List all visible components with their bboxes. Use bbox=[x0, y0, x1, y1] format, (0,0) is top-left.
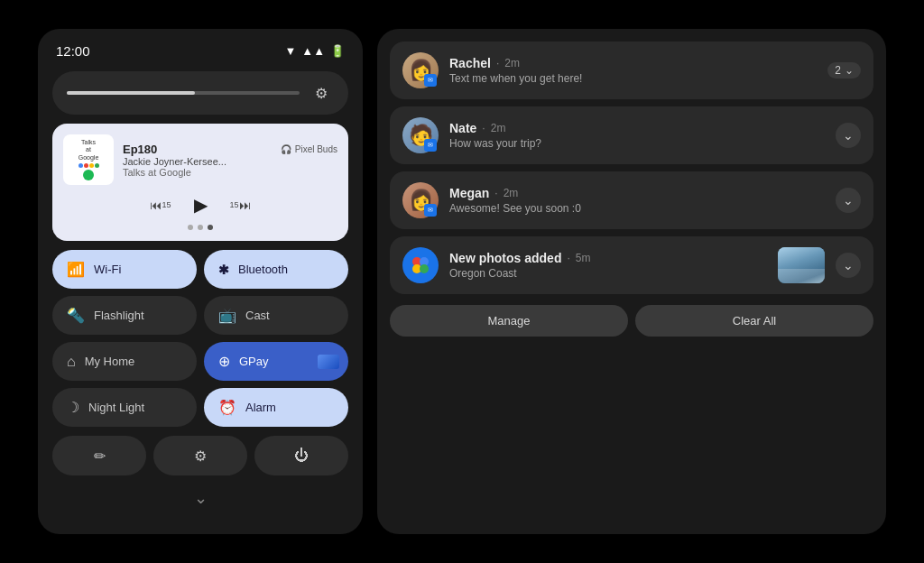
notif-title-photos: New photos added bbox=[449, 251, 561, 265]
notification-photos[interactable]: New photos added · 5m Oregon Coast ⌄ bbox=[390, 236, 873, 294]
gear-icon: ⚙ bbox=[194, 448, 207, 465]
status-bar: 12:00 ▼ ▲▲ 🔋 bbox=[52, 43, 348, 62]
thumb-text-line1: Talks bbox=[81, 139, 96, 146]
brightness-row[interactable]: ⚙ bbox=[52, 71, 348, 115]
cast-toggle[interactable]: 📺 Cast bbox=[204, 296, 348, 335]
badge-count-rachel: 2 bbox=[835, 64, 841, 77]
notif-time-megan: 2m bbox=[504, 187, 519, 199]
headphone-icon: 🎧 bbox=[281, 144, 291, 154]
notif-time-photos: 5m bbox=[576, 252, 591, 264]
spotify-icon bbox=[83, 170, 94, 180]
notif-badge-rachel[interactable]: 2 ⌄ bbox=[827, 62, 861, 78]
media-dots bbox=[63, 225, 337, 230]
skip-back-button[interactable]: ⏮ 15 bbox=[148, 192, 173, 217]
notif-expand-photos[interactable]: ⌄ bbox=[836, 253, 861, 278]
google-colors bbox=[79, 163, 99, 168]
notif-name-nate: Nate bbox=[449, 121, 476, 135]
notif-time-nate: 2m bbox=[491, 122, 506, 134]
notifications-panel: 👩 ✉ Rachel · 2m Text me when you get her… bbox=[377, 29, 886, 534]
google-dot-red bbox=[84, 163, 88, 168]
play-button[interactable]: ▶ bbox=[188, 192, 213, 217]
power-button[interactable]: ⏻ bbox=[254, 436, 348, 475]
bluetooth-label: Bluetooth bbox=[238, 263, 288, 276]
notification-nate[interactable]: 🧑 ✉ Nate · 2m How was your trip? ⌄ bbox=[390, 106, 873, 164]
notif-header-rachel: Rachel · 2m bbox=[449, 56, 817, 70]
pencil-icon: ✏ bbox=[94, 448, 106, 465]
notif-name-rachel: Rachel bbox=[449, 56, 491, 70]
photo-thumb-visual bbox=[778, 247, 825, 283]
notif-content-megan: Megan · 2m Awesome! See you soon :0 bbox=[449, 186, 825, 215]
home-icon: ⌂ bbox=[67, 354, 76, 370]
photos-app-icon bbox=[402, 247, 439, 283]
settings-button[interactable]: ⚙ bbox=[153, 436, 247, 475]
moon-icon: ☽ bbox=[67, 399, 79, 416]
media-info: Ep180 🎧 Pixel Buds Jackie Joyner-Kersee.… bbox=[123, 143, 337, 178]
media-dot-2 bbox=[198, 225, 203, 230]
alarm-toggle[interactable]: ⏰ Alarm bbox=[204, 388, 348, 427]
thumb-text-line2: at bbox=[86, 146, 91, 153]
manage-button[interactable]: Manage bbox=[390, 305, 628, 337]
media-dot-1 bbox=[188, 225, 193, 230]
collapse-chevron[interactable]: ⌄ bbox=[52, 485, 348, 508]
skip-forward-button[interactable]: 15 ⏭ bbox=[227, 192, 253, 217]
google-dot-blue bbox=[79, 163, 83, 168]
notif-dot-megan: · bbox=[494, 187, 497, 199]
nightlight-label: Night Light bbox=[88, 401, 144, 414]
nightlight-toggle[interactable]: ☽ Night Light bbox=[52, 388, 197, 427]
message-icon-megan: ✉ bbox=[424, 204, 437, 217]
notif-message-nate: How was your trip? bbox=[449, 137, 825, 150]
message-icon-nate: ✉ bbox=[424, 139, 437, 152]
bluetooth-icon: ✱ bbox=[218, 263, 229, 277]
media-thumbnail: Talks at Google bbox=[63, 134, 114, 185]
signal-icon: ▲▲ bbox=[301, 44, 325, 58]
media-header: Talks at Google Ep180 🎧 bbox=[63, 134, 337, 185]
flashlight-label: Flashlight bbox=[94, 309, 144, 322]
notification-rachel[interactable]: 👩 ✉ Rachel · 2m Text me when you get her… bbox=[390, 42, 873, 99]
bluetooth-toggle[interactable]: ✱ Bluetooth bbox=[204, 250, 348, 289]
notification-megan[interactable]: 👩 ✉ Megan · 2m Awesome! See you soon :0 … bbox=[390, 171, 873, 229]
media-title: Jackie Joyner-Kersee... bbox=[123, 156, 337, 167]
quick-settings-panel: 12:00 ▼ ▲▲ 🔋 ⚙ Talks at Google bbox=[38, 29, 363, 534]
notif-subtitle-photos: Oregon Coast bbox=[449, 267, 767, 280]
clear-all-button[interactable]: Clear All bbox=[635, 305, 873, 337]
wifi-status-icon: ▼ bbox=[284, 44, 296, 58]
wifi-icon: 📶 bbox=[67, 261, 85, 278]
myhome-toggle[interactable]: ⌂ My Home bbox=[52, 342, 197, 381]
notif-header-photos: New photos added · 5m bbox=[449, 251, 767, 265]
notif-dot-nate: · bbox=[482, 122, 485, 134]
wifi-label: Wi-Fi bbox=[94, 263, 121, 276]
notif-message-rachel: Text me when you get here! bbox=[449, 72, 817, 85]
notif-header-nate: Nate · 2m bbox=[449, 121, 825, 135]
notif-dot-rachel: · bbox=[496, 57, 499, 69]
notif-message-megan: Awesome! See you soon :0 bbox=[449, 202, 825, 215]
badge-expand-icon: ⌄ bbox=[845, 64, 854, 77]
settings-quick-icon[interactable]: ⚙ bbox=[309, 80, 334, 106]
notif-expand-nate[interactable]: ⌄ bbox=[836, 123, 861, 148]
notif-content-photos: New photos added · 5m Oregon Coast bbox=[449, 251, 767, 280]
notif-expand-megan[interactable]: ⌄ bbox=[836, 188, 861, 213]
media-episode: Ep180 bbox=[123, 143, 157, 156]
wifi-toggle[interactable]: 📶 Wi-Fi bbox=[52, 250, 197, 289]
message-icon-rachel: ✉ bbox=[424, 74, 437, 87]
gpay-toggle[interactable]: ⊕ GPay bbox=[204, 342, 348, 381]
photo-thumbnail bbox=[778, 247, 825, 283]
notification-actions: Manage Clear All bbox=[390, 305, 873, 337]
brightness-slider[interactable] bbox=[67, 91, 300, 95]
status-icons: ▼ ▲▲ 🔋 bbox=[284, 44, 345, 58]
thumb-text-line3: Google bbox=[79, 154, 99, 162]
status-time: 12:00 bbox=[56, 43, 90, 59]
notif-time-rachel: 2m bbox=[504, 57, 520, 69]
notif-content-nate: Nate · 2m How was your trip? bbox=[449, 121, 825, 150]
gpay-card-visual bbox=[318, 355, 339, 369]
myhome-label: My Home bbox=[85, 355, 135, 368]
media-card[interactable]: Talks at Google Ep180 🎧 bbox=[52, 124, 348, 241]
alarm-icon: ⏰ bbox=[218, 399, 236, 416]
quick-toggles-grid: 📶 Wi-Fi ✱ Bluetooth 🔦 Flashlight 📺 Cast … bbox=[52, 250, 348, 427]
edit-button[interactable]: ✏ bbox=[52, 436, 146, 475]
bottom-controls: ✏ ⚙ ⏻ bbox=[52, 436, 348, 475]
flashlight-toggle[interactable]: 🔦 Flashlight bbox=[52, 296, 197, 335]
alarm-label: Alarm bbox=[245, 401, 276, 414]
notif-dot-photos: · bbox=[567, 252, 569, 264]
gpay-icon: ⊕ bbox=[218, 353, 230, 370]
battery-icon: 🔋 bbox=[330, 44, 345, 58]
